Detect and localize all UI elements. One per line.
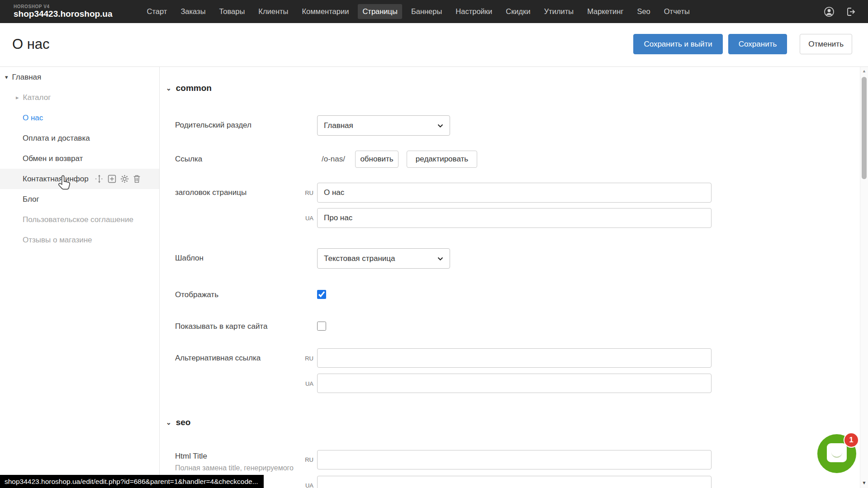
alt-link-ua-input[interactable]: [317, 374, 711, 393]
scroll-down-arrow-icon[interactable]: ▼: [860, 480, 868, 485]
nav-item-marketing[interactable]: Маркетинг: [583, 4, 628, 19]
display-label: Отображать: [175, 290, 218, 299]
tree-item-home[interactable]: ▾ Главная: [0, 67, 159, 87]
nav-item-comments[interactable]: Комментарии: [297, 4, 353, 19]
chevron-down-icon: [437, 254, 443, 263]
brand-logo[interactable]: HOROSHOP V4 shop34423.horoshop.ua: [14, 5, 113, 18]
nav-item-pages[interactable]: Страницы: [358, 4, 402, 19]
tree-item-label: О нас: [23, 114, 43, 123]
logout-icon[interactable]: [845, 6, 856, 17]
tree-item-actions: [95, 175, 141, 183]
pages-tree-sidebar: ▾ Главная ▸ Каталог О нас Оплата и доста…: [0, 67, 159, 488]
tree-item-label: Отзывы о магазине: [23, 236, 92, 245]
delete-trash-icon[interactable]: [133, 175, 141, 183]
tree-item-blog[interactable]: Блог: [0, 189, 159, 209]
tree-item-label: Главная: [12, 73, 42, 82]
link-value: /o-nas/: [322, 155, 345, 164]
top-nav: HOROSHOP V4 shop34423.horoshop.ua Старт …: [0, 0, 868, 23]
scroll-up-arrow-icon[interactable]: ▲: [860, 69, 868, 73]
parent-section-select[interactable]: Главная: [317, 115, 450, 136]
app-window: HOROSHOP V4 shop34423.horoshop.ua Старт …: [0, 0, 868, 488]
scrollbar-thumb[interactable]: [862, 77, 867, 179]
page-title-ru-input[interactable]: [317, 183, 711, 203]
html-title-ru-input[interactable]: [317, 450, 711, 469]
page-title-ua-input[interactable]: [317, 208, 711, 228]
tree-item-about-active[interactable]: О нас: [0, 108, 159, 128]
parent-section-value: Главная: [324, 121, 353, 130]
tree-item-label: Каталог: [23, 93, 51, 102]
nav-item-discounts[interactable]: Скидки: [501, 4, 535, 19]
tree-item-label: Блог: [23, 195, 39, 204]
tree-item-label: Пользовательское соглашение: [23, 215, 133, 224]
template-select[interactable]: Текстовая страница: [317, 248, 450, 269]
account-icon[interactable]: [824, 6, 835, 17]
save-and-exit-button[interactable]: Сохранить и выйти: [633, 34, 722, 54]
alt-link-ru-input[interactable]: [317, 348, 711, 368]
tree-item-label: Контактная инфор: [23, 175, 89, 184]
section-common[interactable]: ⌄ common: [166, 83, 212, 93]
page-title: О нас: [12, 36, 50, 52]
page-header: О нас Сохранить и выйти Сохранить Отмени…: [0, 23, 868, 67]
template-value: Текстовая страница: [324, 254, 395, 263]
chevron-down-icon: [437, 121, 443, 130]
chat-unread-badge: 1: [844, 432, 859, 448]
link-status-tooltip: shop34423.horoshop.ua/edit/edit.php?id=6…: [0, 475, 264, 488]
sitemap-checkbox[interactable]: [317, 322, 326, 331]
nav-right-icons: [824, 6, 856, 17]
link-edit-button[interactable]: редактировать: [407, 151, 477, 168]
template-label: Шаблон: [175, 254, 204, 263]
nav-menu: Старт Заказы Товары Клиенты Комментарии …: [142, 4, 694, 19]
link-label: Ссылка: [175, 155, 202, 164]
vertical-scrollbar[interactable]: ▲ ▼: [860, 67, 868, 488]
lang-ua-badge: UA: [300, 380, 313, 387]
nav-item-start[interactable]: Старт: [142, 4, 172, 19]
add-page-icon[interactable]: [108, 175, 116, 183]
brand-domain: shop34423.horoshop.ua: [14, 9, 113, 19]
save-button[interactable]: Сохранить: [728, 34, 787, 54]
chevron-right-icon[interactable]: ▸: [16, 94, 19, 101]
chevron-down-icon: ⌄: [166, 85, 171, 92]
display-checkbox[interactable]: [317, 290, 326, 299]
move-icon[interactable]: [95, 175, 104, 183]
tree-item-contact-info[interactable]: Контактная инфор: [0, 169, 159, 189]
chat-widget-button[interactable]: 1: [817, 434, 856, 473]
page-edit-form: ⌄ common Родительский раздел Главная Ссы…: [159, 67, 860, 488]
nav-item-orders[interactable]: Заказы: [176, 4, 210, 19]
chat-bubble-icon: [827, 443, 847, 462]
nav-item-clients[interactable]: Клиенты: [254, 4, 293, 19]
html-title-hint: Полная замена title, генерируемого: [175, 464, 294, 472]
link-update-button[interactable]: обновить: [355, 151, 398, 168]
cancel-button[interactable]: Отменить: [800, 34, 852, 54]
tree-item-payment-delivery[interactable]: Оплата и доставка: [0, 128, 159, 148]
nav-item-products[interactable]: Товары: [215, 4, 250, 19]
nav-item-reports[interactable]: Отчеты: [659, 4, 694, 19]
lang-ua-badge: UA: [300, 215, 313, 222]
lang-ru-badge: RU: [300, 456, 313, 463]
tree-item-catalog[interactable]: ▸ Каталог: [0, 87, 159, 108]
lang-ru-badge: RU: [300, 355, 313, 362]
alt-link-label: Альтернативная ссылка: [175, 354, 261, 363]
page-title-label: заголовок страницы: [175, 188, 247, 197]
parent-section-label: Родительский раздел: [175, 121, 251, 130]
section-seo-title: seo: [176, 417, 191, 427]
lang-ua-badge: UA: [300, 482, 313, 488]
chevron-down-icon: ⌄: [166, 419, 171, 426]
tree-item-shop-reviews[interactable]: Отзывы о магазине: [0, 230, 159, 250]
tree-item-label: Оплата и доставка: [23, 134, 90, 143]
nav-item-banners[interactable]: Баннеры: [407, 4, 446, 19]
section-common-title: common: [176, 83, 212, 93]
sitemap-label: Показывать в карте сайта: [175, 322, 267, 331]
nav-item-settings[interactable]: Настройки: [451, 4, 497, 19]
tree-item-label: Обмен и возврат: [23, 154, 83, 163]
settings-gear-icon[interactable]: [120, 175, 129, 183]
html-title-label: Html Title: [175, 452, 207, 461]
header-buttons: Сохранить и выйти Сохранить Отменить: [633, 34, 852, 54]
nav-item-seo[interactable]: Seo: [632, 4, 655, 19]
html-title-ua-input[interactable]: [317, 476, 711, 488]
lang-ru-badge: RU: [300, 190, 313, 196]
chevron-down-icon[interactable]: ▾: [5, 74, 8, 81]
tree-item-user-agreement[interactable]: Пользовательское соглашение: [0, 209, 159, 230]
nav-item-utilities[interactable]: Утилиты: [540, 4, 579, 19]
tree-item-exchange-return[interactable]: Обмен и возврат: [0, 148, 159, 169]
section-seo[interactable]: ⌄ seo: [166, 417, 190, 427]
